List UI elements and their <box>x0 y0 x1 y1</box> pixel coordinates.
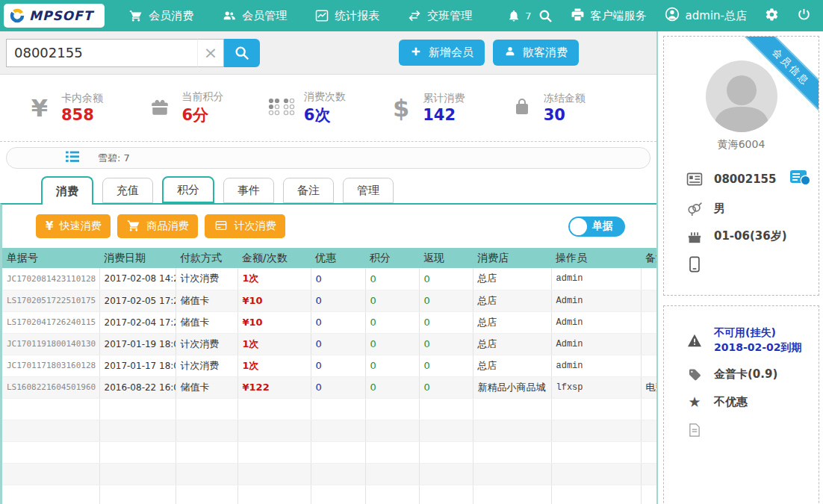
detail-tabs: 消费充值积分事件备注管理 <box>0 175 656 203</box>
stat-label: 消费次数 <box>304 90 346 104</box>
table-cell: LS1608221604501960 <box>2 376 99 398</box>
table-cell: Admin <box>551 333 641 355</box>
stat-value: 6次 <box>304 105 346 125</box>
column-header: 消费日期 <box>99 248 176 268</box>
table-cell: 0 <box>365 290 419 311</box>
logout-button[interactable] <box>797 7 811 25</box>
empty-table-row <box>2 485 656 504</box>
nav-item-shift-manage[interactable]: 交班管理 <box>408 9 472 23</box>
column-header: 金额/次数 <box>237 248 311 268</box>
tab-recharge[interactable]: 充值 <box>102 178 153 203</box>
client-service-button[interactable]: 客户端服务 <box>571 7 647 25</box>
table-cell <box>641 355 656 376</box>
table-cell: Admin <box>551 290 641 311</box>
table-cell: admin <box>551 268 641 290</box>
search-bar: × 新增会员 散客消费 <box>0 31 656 75</box>
table-cell: 0 <box>311 333 365 355</box>
table-cell: 0 <box>365 333 419 355</box>
nav-right: 客户端服务 admin-总店 <box>538 7 823 25</box>
table-body: JC17020814231101282017-02-08 14:23计次消费1次… <box>2 268 656 504</box>
nav-search-button[interactable] <box>538 9 553 23</box>
consume-records-table: 单据号消费日期付款方式金额/次数优惠积分返现消费店操作员备注 JC1702081… <box>2 248 656 504</box>
notice-text: 雪碧: 7 <box>98 152 130 165</box>
id-card-icon <box>686 172 703 186</box>
phone-row <box>664 250 819 279</box>
nav-item-report-stats[interactable]: 统计报表 <box>315 9 379 23</box>
toggle-knob <box>570 218 587 235</box>
column-header: 优惠 <box>311 248 365 268</box>
count-consume-button[interactable]: 计次消费 <box>205 214 285 238</box>
walkin-consume-button[interactable]: 散客消费 <box>493 40 579 66</box>
avatar <box>706 60 777 132</box>
card-reader-badge-icon[interactable] <box>790 169 811 189</box>
column-header: 返现 <box>419 248 473 268</box>
stat-label: 卡内余额 <box>61 92 103 105</box>
table-cell: 储值卡 <box>176 311 237 333</box>
table-cell: lfxsp <box>551 376 641 398</box>
lock-icon <box>509 96 535 120</box>
column-header: 付款方式 <box>176 248 237 268</box>
table-row[interactable]: LS17020517225101752017-02-05 17:22储值卡¥10… <box>2 290 656 311</box>
table-cell: 0 <box>419 311 473 333</box>
tab-notes[interactable]: 备注 <box>283 178 334 203</box>
power-icon <box>797 7 811 25</box>
member-search-input[interactable] <box>6 39 197 67</box>
current-user-button[interactable]: admin-总店 <box>665 7 747 25</box>
cake-icon <box>686 230 703 243</box>
tab-consume[interactable]: 消费 <box>41 176 93 205</box>
table-cell: ¥10 <box>237 290 311 311</box>
table-cell: 总店 <box>473 355 551 376</box>
table-row[interactable]: JC17011918001401302017-01-19 18:00计次消费1次… <box>2 333 656 355</box>
table-cell: 总店 <box>473 290 551 311</box>
table-cell: 1次 <box>237 333 311 355</box>
yen-s-icon: ¥ <box>46 220 53 233</box>
card-number-row: 08002155 <box>664 164 819 195</box>
empty-table-row <box>2 398 656 420</box>
table-cell: ¥122 <box>237 376 311 398</box>
settings-button[interactable] <box>765 7 779 25</box>
tab-manage[interactable]: 管理 <box>343 178 394 203</box>
printer-icon <box>571 7 585 25</box>
table-cell: JC1701171803160128 <box>2 355 99 376</box>
table-cell: LS1702051722510175 <box>2 290 99 311</box>
table-cell: 2017-02-08 14:23 <box>99 268 176 290</box>
notifications-button[interactable]: 7 <box>507 9 531 22</box>
logo-swirl-icon <box>10 8 25 23</box>
table-row[interactable]: LS16082216045019602016-08-22 16:04储值卡¥12… <box>2 376 656 398</box>
birthday-value: 01-06(36岁) <box>714 229 787 243</box>
column-header: 消费店 <box>473 248 551 268</box>
table-cell <box>641 268 656 290</box>
add-member-button[interactable]: 新增会员 <box>399 40 485 66</box>
table-cell: 总店 <box>473 311 551 333</box>
search-button[interactable] <box>224 39 260 67</box>
table-row[interactable]: JC17011718031601282017-01-17 18:03计次消费1次… <box>2 355 656 376</box>
member-status-panel: 不可用(挂失) 2018-02-02到期 金普卡(0.9) ★ 不优惠 <box>663 305 819 504</box>
column-header: 操作员 <box>551 248 641 268</box>
table-cell <box>641 333 656 355</box>
tab-points[interactable]: 积分 <box>162 176 214 203</box>
table-cell: 0 <box>311 290 365 311</box>
nav-item-member-consume[interactable]: 会员消费 <box>129 9 193 23</box>
goods-consume-button[interactable]: 商品消费 <box>117 214 198 238</box>
table-row[interactable]: LS17020417262401152017-02-04 17:26储值卡¥10… <box>2 311 656 333</box>
card-type: 金普卡(0.9) <box>714 367 777 382</box>
stat-current-points: 当前积分 6分 <box>147 90 267 125</box>
table-cell: 储值卡 <box>176 290 237 311</box>
clear-search-icon[interactable]: × <box>197 39 224 67</box>
stat-label: 冻结金额 <box>544 92 586 105</box>
cart-icon <box>129 9 143 22</box>
tab-events[interactable]: 事件 <box>223 178 274 203</box>
list-icon <box>65 150 80 167</box>
nav-item-member-manage[interactable]: 会员管理 <box>222 9 287 23</box>
table-cell: JC1701191800140130 <box>2 333 99 355</box>
table-cell: 0 <box>311 311 365 333</box>
table-row[interactable]: JC17020814231101282017-02-08 14:23计次消费1次… <box>2 268 656 290</box>
logo-text: MPSOFT <box>29 8 93 23</box>
table-cell: 0 <box>419 290 473 311</box>
table-cell: 2016-08-22 16:04 <box>99 376 176 398</box>
quick-consume-button[interactable]: ¥快速消费 <box>36 214 111 238</box>
receipt-toggle[interactable]: 单据 <box>568 217 625 237</box>
dollar-icon: $ <box>388 96 414 120</box>
table-cell: 2017-01-19 18:00 <box>99 333 176 355</box>
star-icon: ★ <box>686 395 703 409</box>
